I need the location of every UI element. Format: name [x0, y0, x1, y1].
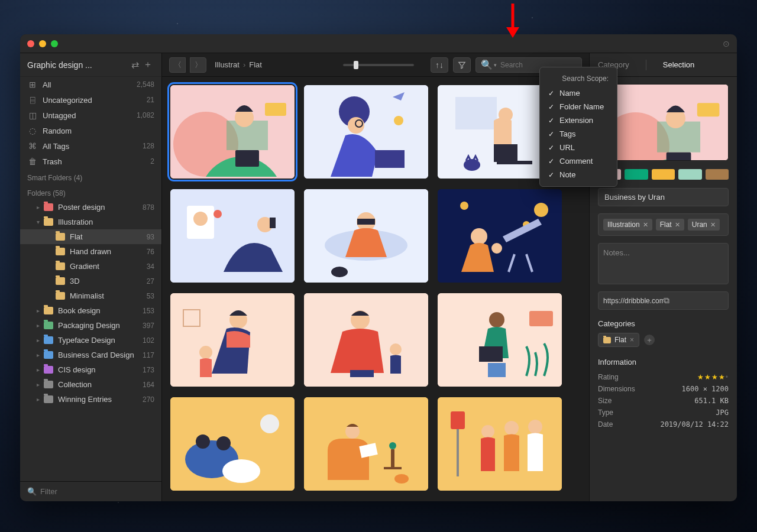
color-swatch[interactable] [625, 169, 648, 180]
folder-illustration[interactable]: ▾Illustration [20, 215, 161, 229]
close-icon[interactable] [27, 40, 34, 47]
nav-forward-button[interactable]: 〉 [190, 57, 206, 73]
sidebar-item-trash[interactable]: 🗑Trash2 [20, 154, 161, 169]
count: 2 [150, 157, 154, 166]
folder-packaging-design[interactable]: ▸Packaging Design397 [20, 318, 161, 333]
menu-option-name[interactable]: ✓Name [540, 86, 617, 100]
folder-minimalist[interactable]: Minimalist53 [20, 288, 161, 303]
remove-icon[interactable]: ✕ [675, 221, 680, 229]
remove-icon[interactable]: × [630, 336, 634, 344]
filter-button[interactable] [453, 57, 471, 73]
svg-point-65 [504, 421, 519, 435]
thumbnail[interactable] [438, 189, 562, 283]
tag-chip[interactable]: Illustration✕ [603, 219, 652, 231]
folder-collection[interactable]: ▸Collection164 [20, 377, 161, 392]
caret-icon[interactable]: ▸ [37, 381, 43, 388]
folder-winning-entries[interactable]: ▸Winning Entries270 [20, 392, 161, 407]
add-category-button[interactable]: + [644, 335, 655, 345]
thumbnail[interactable] [170, 293, 295, 387]
thumbnail[interactable] [438, 293, 562, 387]
caret-icon[interactable]: ▸ [37, 352, 43, 358]
caret-icon[interactable]: ▸ [37, 396, 43, 403]
menu-option-tags[interactable]: ✓Tags [540, 127, 617, 141]
sidebar-item-random[interactable]: ◌Random [20, 123, 161, 138]
category-chip[interactable]: Flat × [598, 333, 639, 347]
caret-icon[interactable]: ▸ [37, 307, 43, 314]
minimize-icon[interactable] [39, 40, 46, 47]
sort-button[interactable]: ↑↓ [431, 57, 448, 73]
folder-typeface-design[interactable]: ▸Typeface Design102 [20, 333, 161, 348]
thumbnail[interactable] [304, 189, 428, 283]
fullscreen-icon[interactable] [51, 40, 58, 47]
menu-option-url[interactable]: ✓URL [540, 141, 617, 154]
chevron-right-icon: › [243, 60, 245, 69]
check-icon: ✓ [548, 157, 555, 166]
count: 2,548 [137, 80, 154, 89]
notes-input[interactable]: Notes... [598, 243, 729, 284]
svg-point-31 [534, 203, 548, 217]
titlebar[interactable]: ⊙ [20, 34, 737, 53]
folder-3d[interactable]: 3D27 [20, 274, 161, 288]
crumb-parent[interactable]: Illustrat [215, 60, 240, 69]
caret-icon[interactable]: ▸ [37, 322, 43, 329]
folder-poster-design[interactable]: ▸Poster design878 [20, 200, 161, 215]
caret-icon[interactable]: ▸ [37, 204, 43, 210]
sidebar-item-untagged[interactable]: ◫Untagged1,082 [20, 108, 161, 123]
pin-icon[interactable]: ⊙ [723, 39, 730, 48]
remove-icon[interactable]: ✕ [710, 221, 716, 229]
folder-business-card-design[interactable]: ▸Business Card Design117 [20, 348, 161, 362]
thumbnail[interactable] [170, 397, 295, 491]
thumbnail[interactable] [304, 85, 428, 179]
folder-cis-design[interactable]: ▸CIS design173 [20, 362, 161, 377]
search-scope-menu[interactable]: Search Scope: ✓Name✓Folder Name✓Extensio… [539, 67, 617, 187]
annotation-arrow [504, 2, 522, 39]
title-input[interactable] [598, 188, 729, 206]
thumbnail[interactable] [304, 397, 428, 491]
preview-thumbnail[interactable] [598, 84, 729, 161]
tab-selection[interactable]: Selection [663, 60, 694, 69]
label: Flat [70, 232, 83, 241]
folder-flat[interactable]: Flat93 [20, 229, 161, 244]
color-swatch[interactable] [706, 169, 729, 180]
zoom-slider[interactable] [343, 64, 414, 66]
folder-hand-drawn[interactable]: Hand drawn76 [20, 244, 161, 259]
tag-chip[interactable]: Uran✕ [688, 219, 720, 231]
nav-back-button[interactable]: 〈 [169, 57, 186, 73]
folder-gradient[interactable]: Gradient34 [20, 259, 161, 274]
open-link-icon[interactable]: ⧉ [664, 296, 724, 306]
sidebar-item-all-tags[interactable]: ⌘All Tags128 [20, 138, 161, 154]
menu-option-note[interactable]: ✓Note [540, 168, 617, 181]
label: Winning Entries [58, 395, 112, 404]
rating-stars[interactable]: ★★★★• [697, 373, 729, 381]
library-name[interactable]: Graphic design ... [27, 60, 128, 70]
color-swatch[interactable] [678, 169, 701, 180]
count: 21 [147, 96, 154, 104]
menu-option-extension[interactable]: ✓Extension [540, 113, 617, 127]
thumbnail[interactable] [170, 85, 295, 179]
menu-option-folder-name[interactable]: ✓Folder Name [540, 100, 617, 113]
count: 53 [147, 292, 154, 300]
thumbnail[interactable] [438, 397, 562, 491]
breadcrumb[interactable]: Illustrat › Flat [215, 60, 262, 69]
menu-option-comment[interactable]: ✓Comment [540, 154, 617, 168]
tag-chip[interactable]: Flat✕ [656, 219, 684, 231]
tags-box[interactable]: Illustration✕Flat✕Uran✕ [598, 213, 729, 236]
thumbnail[interactable] [170, 189, 295, 283]
sidebar-item-all[interactable]: ⊞All2,548 [20, 77, 161, 92]
swap-icon[interactable]: ⇄ [128, 59, 141, 70]
caret-icon[interactable]: ▸ [37, 337, 43, 343]
thumbnail[interactable] [304, 293, 428, 387]
folder-icon [44, 307, 53, 314]
url-field[interactable]: https://dribbble.com/ur ⧉ [598, 291, 729, 310]
svg-rect-59 [384, 467, 402, 469]
sidebar-item-uncategorized[interactable]: ⌸Uncategorized21 [20, 92, 161, 108]
remove-icon[interactable]: ✕ [643, 221, 648, 229]
add-icon[interactable]: ＋ [141, 59, 154, 71]
folder-book-design[interactable]: ▸Book design153 [20, 303, 161, 318]
svg-point-60 [394, 474, 409, 484]
chevron-down-icon[interactable]: ▾ [494, 62, 497, 68]
color-swatch[interactable] [652, 169, 675, 180]
caret-icon[interactable]: ▸ [37, 366, 43, 373]
caret-icon[interactable]: ▾ [37, 219, 43, 225]
filter-input[interactable] [40, 487, 154, 496]
